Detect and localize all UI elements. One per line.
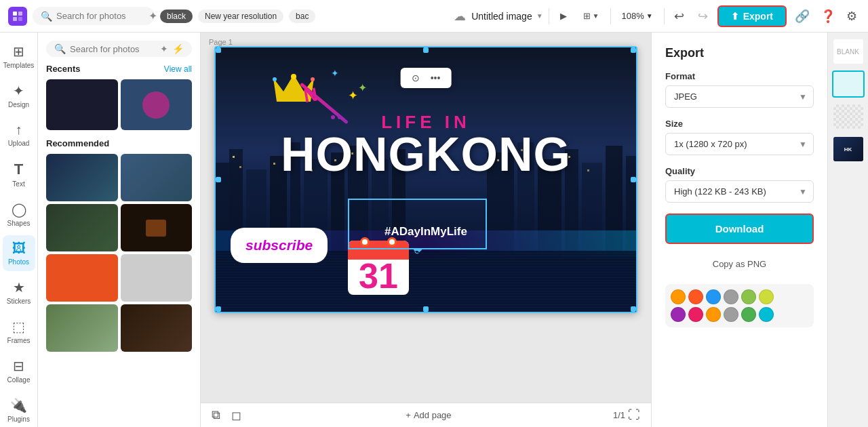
- templates-icon: ⊞: [13, 43, 24, 60]
- color-swatch-10[interactable]: [724, 307, 738, 322]
- page-label: Page 1: [209, 38, 233, 46]
- download-button[interactable]: Download: [665, 214, 814, 244]
- photo-thumb-1[interactable]: [46, 154, 118, 201]
- recent-photo-2[interactable]: [121, 79, 193, 130]
- handle-bc[interactable]: [423, 306, 429, 312]
- handle-tl[interactable]: [216, 47, 221, 53]
- view-all-recents[interactable]: View all: [164, 64, 192, 74]
- topbar: 🔍 ✦ ⚡ black New year resolution bac ☁ Un…: [0, 0, 868, 33]
- color-swatch-11[interactable]: [741, 307, 756, 322]
- resize-button[interactable]: ⊞ ▼: [578, 8, 605, 24]
- svg-point-46: [389, 239, 395, 245]
- format-select[interactable]: JPEG PNG PDF SVG MP4: [665, 85, 814, 108]
- right-thumb-2[interactable]: [832, 70, 865, 98]
- copy-png-button[interactable]: Copy as PNG: [665, 255, 814, 273]
- photo-thumb-8[interactable]: [121, 304, 193, 352]
- canvas-duplicate-btn[interactable]: ◻: [229, 405, 244, 426]
- svg-rect-0: [13, 12, 17, 16]
- photo-thumb-2[interactable]: [121, 154, 193, 201]
- logo-icon[interactable]: [8, 7, 27, 26]
- handle-rc[interactable]: [631, 177, 636, 182]
- photo-thumb-4[interactable]: [121, 204, 193, 251]
- photos-icon: 🖼: [12, 241, 26, 256]
- bottom-left: ⧉ ◻: [209, 405, 244, 426]
- right-thumb-1[interactable]: BLANK: [832, 38, 865, 65]
- photo-panel: 🔍 ✦ ⚡ Recents View all Recommended: [38, 33, 201, 427]
- photo-thumb-5[interactable]: [46, 254, 118, 302]
- color-swatch-6[interactable]: [759, 289, 774, 304]
- search-box: 🔍 ✦ ⚡: [33, 7, 155, 25]
- sidebar-item-text[interactable]: T Text: [3, 155, 35, 193]
- color-swatch-8[interactable]: [688, 307, 703, 322]
- photo-row-2: [46, 204, 192, 251]
- recent-photo-1[interactable]: [46, 79, 118, 130]
- handle-tr[interactable]: [631, 47, 636, 53]
- color-swatch-1[interactable]: [671, 289, 686, 304]
- recents-photos: [46, 79, 192, 130]
- tag-newyear[interactable]: New year resolution: [198, 9, 283, 23]
- sidebar-item-photos[interactable]: 🖼 Photos: [3, 235, 35, 271]
- sparkle-icon: ✦: [348, 88, 358, 103]
- handle-bl[interactable]: [216, 306, 221, 312]
- format-section: Format JPEG PNG PDF SVG MP4 ▼: [665, 71, 814, 108]
- float-btn-more[interactable]: •••: [427, 70, 445, 85]
- canvas-copy-btn[interactable]: ⧉: [209, 405, 223, 425]
- svg-point-44: [362, 239, 368, 245]
- canvas-float-toolbar: ⊙ •••: [401, 68, 452, 88]
- color-swatch-7[interactable]: [671, 307, 686, 322]
- quality-label: Quality: [665, 166, 814, 176]
- svg-point-37: [291, 74, 296, 79]
- svg-rect-1: [18, 12, 22, 16]
- add-page-icon: +: [406, 410, 411, 420]
- subscribe-text: subscribe: [245, 237, 313, 253]
- sidebar-item-collage[interactable]: ⊟ Collage: [3, 352, 35, 389]
- panel-magic-icon[interactable]: ✦: [160, 43, 168, 54]
- help-button[interactable]: ❓: [818, 6, 838, 26]
- size-select[interactable]: 1x (1280 x 720 px) 2x (2560 x 1440 px) C…: [665, 133, 814, 155]
- panel-search-input[interactable]: [70, 44, 156, 54]
- play-button[interactable]: ▶: [555, 8, 572, 24]
- zoom-control[interactable]: 108% ▼: [616, 8, 658, 24]
- search-input[interactable]: [56, 11, 144, 21]
- sidebar-item-frames[interactable]: ⬚ Frames: [3, 313, 35, 350]
- redo-button[interactable]: ↪: [694, 7, 712, 25]
- settings-button[interactable]: ⚙: [844, 6, 860, 26]
- share-button[interactable]: 🔗: [792, 6, 812, 26]
- sidebar-item-shapes[interactable]: ◯ Shapes: [3, 196, 35, 232]
- sidebar-item-plugins[interactable]: 🔌 Plugins: [3, 392, 35, 427]
- export-button[interactable]: ⬆ Export: [717, 5, 787, 27]
- float-btn-copy[interactable]: ⊙: [408, 70, 424, 85]
- magic-wand-icon[interactable]: ✦: [149, 9, 157, 22]
- photo-thumb-7[interactable]: [46, 304, 118, 352]
- handle-br[interactable]: [631, 306, 636, 312]
- fullscreen-button[interactable]: ⛶: [625, 405, 643, 425]
- doc-title[interactable]: Untitled image ▼: [471, 11, 542, 22]
- panel-filter-icon[interactable]: ⚡: [172, 43, 184, 54]
- color-swatch-12[interactable]: [759, 307, 774, 322]
- handle-tc[interactable]: [423, 47, 429, 53]
- color-swatch-2[interactable]: [688, 289, 703, 304]
- color-swatch-9[interactable]: [706, 307, 721, 322]
- color-swatch-3[interactable]: [706, 289, 721, 304]
- star-decoration-2: ✦: [358, 81, 367, 94]
- add-page-button[interactable]: + Add page: [400, 407, 456, 423]
- search-icon: 🔍: [41, 11, 52, 22]
- sidebar-item-upload[interactable]: ↑ Upload: [3, 117, 35, 152]
- canvas-area: Page 1 ⊙ •••: [201, 33, 651, 427]
- sidebar-item-design[interactable]: ✦ Design: [3, 77, 35, 114]
- color-palette-2: [671, 307, 808, 322]
- color-swatch-4[interactable]: [724, 289, 738, 304]
- right-thumb-4[interactable]: HK: [832, 136, 865, 163]
- quality-select[interactable]: Low Medium High (122 KB - 243 KB): [665, 180, 814, 203]
- handle-lc[interactable]: [216, 177, 221, 182]
- right-thumb-3[interactable]: [832, 103, 865, 130]
- photo-thumb-6[interactable]: [121, 254, 193, 302]
- color-swatch-5[interactable]: [741, 289, 756, 304]
- tag-black[interactable]: black: [160, 9, 193, 23]
- sidebar-item-templates[interactable]: ⊞ Templates: [3, 38, 35, 75]
- tag-bac[interactable]: bac: [289, 9, 315, 23]
- sidebar-item-stickers[interactable]: ★ Stickers: [3, 274, 35, 310]
- subscribe-box[interactable]: subscribe: [231, 228, 328, 263]
- undo-button[interactable]: ↩: [670, 7, 688, 25]
- photo-thumb-3[interactable]: [46, 204, 118, 251]
